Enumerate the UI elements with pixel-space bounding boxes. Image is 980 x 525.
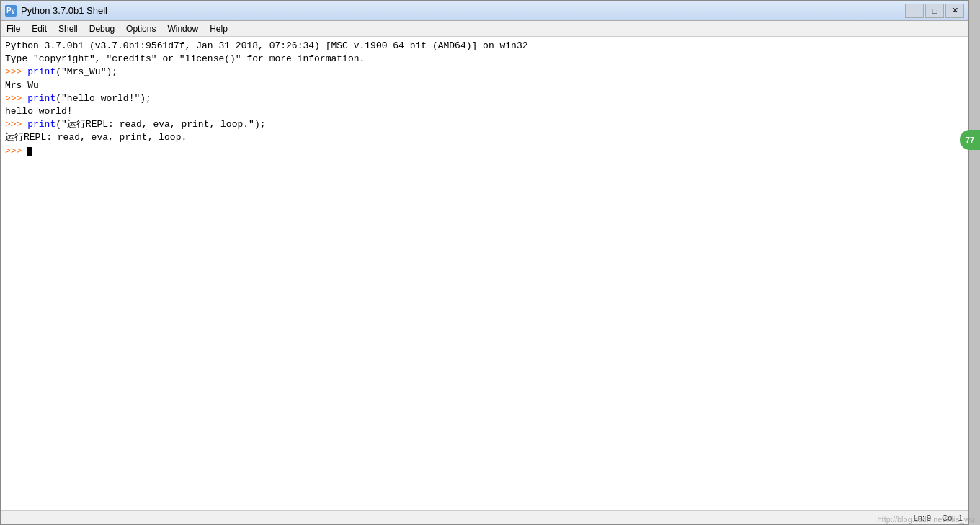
repl-input-1: >>> print("Mrs_Wu"); [5,66,964,79]
prompt-2: >>> [5,93,27,104]
maximize-button[interactable]: □ [925,4,944,18]
current-prompt: >>> [5,146,27,156]
keyword-1: print [27,66,55,77]
args-1: ("Mrs_Wu"); [55,66,117,77]
watermark: http://blog.csdn.net/Mrs_wu [877,515,974,524]
repl-input-2: >>> print("hello world!"); [5,92,964,105]
menu-file[interactable]: File [1,21,26,36]
output-1: Mrs_Wu [5,79,964,92]
prompt-3: >>> [5,119,27,130]
python-shell-window: Py Python 3.7.0b1 Shell — □ ✕ File Edit … [0,0,969,525]
current-prompt-line: >>> [5,145,964,158]
keyword-3: print [27,119,55,130]
banner-line1: Python 3.7.0b1 (v3.7.0b1:9561d7f, Jan 31… [5,40,964,53]
keyword-2: print [27,93,55,104]
status-bar: Ln: 9 Col: 1 [1,510,968,524]
shell-output[interactable]: Python 3.7.0b1 (v3.7.0b1:9561d7f, Jan 31… [1,37,968,510]
menu-edit[interactable]: Edit [26,21,53,36]
minimize-button[interactable]: — [905,4,924,18]
side-badge[interactable]: 77 [960,130,980,150]
output-2: hello world! [5,105,964,118]
title-bar: Py Python 3.7.0b1 Shell — □ ✕ [1,1,968,21]
window-controls: — □ ✕ [905,4,964,18]
menu-shell[interactable]: Shell [53,21,84,36]
menu-debug[interactable]: Debug [84,21,120,36]
window-title: Python 3.7.0b1 Shell [21,5,905,16]
menu-help[interactable]: Help [204,21,233,36]
repl-input-3: >>> print("运行REPL: read, eva, print, loo… [5,118,964,131]
menu-bar: File Edit Shell Debug Options Window Hel… [1,21,968,37]
menu-window[interactable]: Window [161,21,204,36]
menu-options[interactable]: Options [120,21,161,36]
args-2: ("hello world!"); [55,93,151,104]
args-3: ("运行REPL: read, eva, print, loop."); [55,119,265,130]
banner-line2: Type "copyright", "credits" or "license(… [5,53,964,66]
cursor [27,147,32,156]
app-icon: Py [5,5,17,17]
output-3: 运行REPL: read, eva, print, loop. [5,131,964,144]
prompt-1: >>> [5,66,27,77]
close-button[interactable]: ✕ [945,4,964,18]
